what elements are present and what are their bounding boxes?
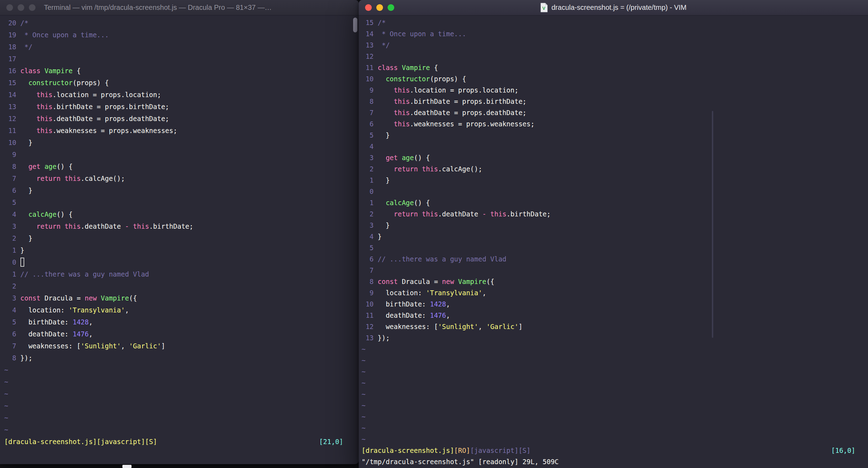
code-line: 12 weaknesses: ['Sunlight', 'Garlic'] (359, 321, 868, 332)
code-text: deathDate: 1476, (20, 330, 93, 338)
line-number: 11 (4, 125, 16, 137)
tilde-line: ~ (0, 376, 359, 388)
zoom-button[interactable] (388, 4, 394, 11)
line-number: 9 (4, 148, 16, 160)
code-text: deathDate: 1476, (378, 311, 450, 319)
token (378, 75, 386, 83)
code-line: 9 (0, 148, 359, 160)
zoom-button[interactable] (29, 4, 36, 11)
macvim-titlebar[interactable]: V dracula-screenshot.js = (/private/tmp)… (359, 0, 868, 15)
line-number: 4 (362, 231, 374, 242)
vim-buffer[interactable]: 15/*14 * Once upon a time...13 */1211cla… (359, 15, 868, 468)
code-line: 5 birthDate: 1428, (0, 316, 359, 328)
code-text: } (20, 139, 32, 146)
token: , (446, 300, 450, 308)
token (20, 175, 37, 182)
line-number: 13 (4, 101, 16, 113)
code-text: const Dracula = new Vampire({ (378, 278, 494, 285)
token: 1476 (72, 330, 89, 338)
token: } (20, 234, 32, 242)
token: , (89, 318, 92, 326)
code-text: calcAge() { (20, 210, 73, 218)
line-number: 7 (4, 172, 16, 184)
status-segment: [javascript][S] (470, 447, 531, 454)
tilde-line: ~ (359, 377, 868, 388)
token: .birthDate; (149, 222, 193, 230)
line-number: 8 (362, 96, 374, 107)
code-line: 1// ...there was a guy named Vlad (0, 268, 359, 280)
line-number: 11 (362, 62, 374, 73)
vim-statusline: [dracula-screenshot.js][RO][javascript][… (359, 445, 868, 456)
token: constructor (28, 79, 73, 87)
token: return this (394, 210, 438, 218)
scrollbar-thumb[interactable] (712, 111, 713, 338)
code-line: 2 } (0, 232, 359, 244)
statusline-file-info: [dracula-screenshot.js][RO][javascript][… (362, 445, 530, 456)
line-number: 5 (362, 129, 374, 141)
code-line: 7 (359, 265, 868, 276)
line-number: 2 (4, 232, 16, 244)
token: .weaknesses = props.weaknesses; (410, 120, 535, 128)
line-number: 7 (4, 340, 16, 352)
close-button[interactable] (6, 4, 13, 11)
token: () { (414, 199, 430, 207)
token: return this (37, 222, 81, 230)
minimize-button[interactable] (18, 4, 24, 11)
token: (props) { (430, 75, 466, 83)
token: .weaknesses = props.weaknesses; (52, 127, 177, 134)
line-number: 8 (362, 276, 374, 287)
tilde-line: ~ (359, 366, 868, 377)
vim-command-line: "/tmp/dracula-screenshot.js" [readonly] … (359, 456, 868, 467)
token: deathDate: (378, 311, 430, 319)
token (20, 103, 37, 110)
line-number: 1 (362, 197, 374, 208)
line-number: 7 (362, 265, 374, 276)
line-number: 0 (4, 256, 16, 268)
code-text: } (378, 233, 382, 240)
svg-text:V: V (542, 6, 545, 11)
minimize-button[interactable] (376, 4, 383, 11)
token (20, 127, 37, 134)
token: , (482, 289, 486, 297)
token: .deathDate (81, 222, 125, 230)
code-text: class Vampire { (378, 64, 438, 71)
token (20, 79, 28, 87)
tilde-line: ~ (359, 388, 868, 400)
vim-statusline: [dracula-screenshot.js][javascript][S] [… (0, 436, 359, 448)
code-text: } (378, 221, 390, 229)
terminal-window: Terminal — vim /tmp/dracula-screenshot.j… (0, 0, 359, 464)
code-text: get age() { (20, 163, 73, 170)
token: // ...there was a guy named Vlad (378, 255, 506, 263)
line-number: 5 (362, 242, 374, 253)
terminal-titlebar[interactable]: Terminal — vim /tmp/dracula-screenshot.j… (0, 0, 359, 15)
token: Vampire (402, 64, 430, 71)
line-number: 4 (4, 304, 16, 316)
code-text: }); (20, 354, 32, 362)
token: weaknesses: [ (20, 342, 81, 350)
token: Vampire (101, 294, 129, 302)
code-line: 1 } (359, 175, 868, 186)
code-text: } (378, 131, 390, 139)
vim-buffer[interactable]: 20/*19 * Once upon a time...18 */1716cla… (0, 15, 359, 464)
line-number: 2 (4, 280, 16, 292)
code-line: 3 return this.deathDate - this.birthDate… (0, 220, 359, 232)
close-button[interactable] (365, 4, 372, 11)
macvim-window: V dracula-screenshot.js = (/private/tmp)… (359, 0, 868, 468)
token (378, 120, 394, 128)
token: }); (378, 334, 390, 342)
scrollbar-thumb[interactable] (353, 18, 357, 32)
code-line: 13 this.birthDate = props.birthDate; (0, 101, 359, 113)
line-number: 15 (362, 17, 374, 28)
token: constructor (386, 75, 430, 83)
code-line: 19 * Once upon a time... (0, 29, 359, 41)
code-text: class Vampire { (20, 67, 81, 75)
token: 'Garlic' (129, 342, 161, 350)
code-text: return this.calcAge(); (378, 165, 482, 173)
line-number: 2 (362, 208, 374, 220)
token: } (20, 186, 32, 194)
token: /* (20, 19, 28, 27)
window-controls (0, 4, 36, 11)
token: get (28, 163, 45, 170)
token (378, 97, 394, 105)
code-line: 10 } (0, 137, 359, 148)
